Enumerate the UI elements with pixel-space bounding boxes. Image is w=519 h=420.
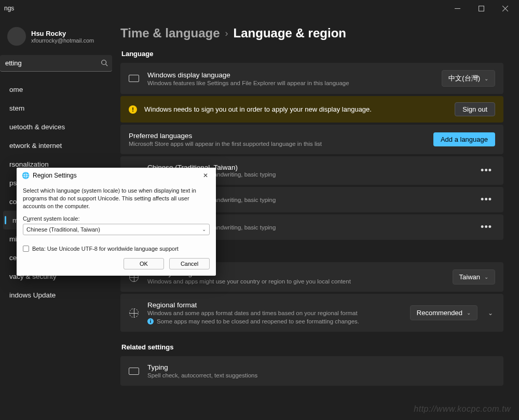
globe-icon: 🌐 [22,172,30,179]
profile-name: Hsu Rocky [31,30,94,37]
ok-button[interactable]: OK [124,258,164,269]
signout-banner: ! Windows needs to sign you out in order… [120,96,503,123]
svg-point-4 [102,60,106,65]
display-language-title: Windows display language [147,71,433,79]
preferred-title: Preferred languages [129,132,425,140]
svg-rect-1 [479,6,484,11]
display-language-select[interactable]: 中文(台灣) ⌄ [442,70,495,87]
chevron-down-icon: ⌄ [467,310,471,316]
typing-card[interactable]: Typing Spell check, autocorrect, text su… [120,356,503,386]
country-select[interactable]: Taiwan ⌄ [453,269,495,284]
preferred-sub: Microsoft Store apps will appear in the … [129,141,425,147]
region-settings-dialog: 🌐 Region Settings ✕ Select which languag… [17,168,216,276]
regional-format-card: Regional format Windows and some apps fo… [120,294,503,332]
sidebar-item[interactable]: uetooth & devices [3,117,114,136]
sidebar-item[interactable]: indows Update [3,286,114,304]
sidebar-item[interactable]: etwork & internet [3,136,114,155]
sidebar-item[interactable]: stem [3,99,114,117]
format-icon [129,308,139,318]
sign-out-button[interactable]: Sign out [455,102,495,116]
titlebar: ngs [0,0,519,17]
add-language-button[interactable]: Add a language [433,132,495,146]
preferred-languages-card: Preferred languages Microsoft Store apps… [120,125,503,154]
more-button[interactable]: ••• [477,194,495,205]
warning-icon: ! [129,105,137,114]
section-related: Related settings [121,343,503,351]
close-button[interactable] [493,0,517,17]
cancel-button[interactable]: Cancel [169,258,210,269]
beta-utf8-checkbox[interactable] [23,246,29,252]
breadcrumb-parent[interactable]: Time & language [120,26,220,40]
search-input[interactable] [0,55,112,72]
dialog-description: Select which language (system locale) to… [23,187,210,210]
display-language-sub: Windows features like Settings and File … [147,80,433,86]
search-box[interactable] [0,55,112,72]
display-language-card: Windows display language Windows feature… [120,63,503,94]
banner-message: Windows needs to sign you out in order t… [144,105,447,113]
chevron-right-icon: › [225,28,228,39]
maximize-button[interactable] [469,0,493,17]
expand-button[interactable]: ⌄ [486,309,495,317]
locale-label: Current system locale: [23,215,210,222]
format-select[interactable]: Recommended ⌄ [410,305,477,320]
avatar [7,27,26,46]
breadcrumb-current: Language & region [234,26,346,40]
info-icon: i [147,318,154,324]
chevron-down-icon: ⌄ [484,76,488,82]
chevron-down-icon: ⌄ [202,226,206,232]
breadcrumb: Time & language › Language & region [120,26,503,40]
chevron-down-icon: ⌄ [484,274,488,280]
search-icon [101,59,108,69]
keyboard-icon [129,368,139,375]
svg-line-5 [106,64,108,66]
minimize-button[interactable] [445,0,469,17]
window-title: ngs [4,5,14,12]
dialog-title: Region Settings [33,172,77,179]
monitor-icon [129,75,139,82]
section-language: Language [121,50,503,58]
beta-label: Beta: Use Unicode UTF-8 for worldwide la… [32,246,179,252]
more-button[interactable]: ••• [477,165,495,176]
more-button[interactable]: ••• [477,222,495,233]
locale-select[interactable]: Chinese (Traditional, Taiwan) ⌄ [23,224,210,235]
window-controls [445,0,517,17]
dialog-close-button[interactable]: ✕ [200,172,211,179]
profile-email: xfourrocky@hotmail.com [31,37,94,44]
sidebar-item[interactable]: ome [3,80,114,99]
profile[interactable]: Hsu Rocky xfourrocky@hotmail.com [0,24,117,53]
